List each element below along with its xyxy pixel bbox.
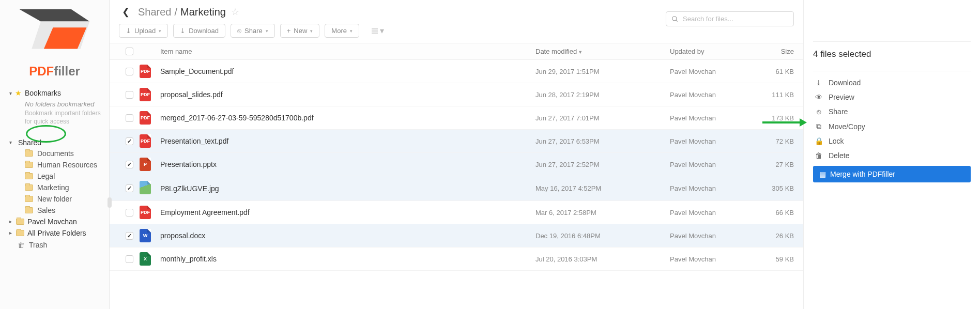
- file-name: Presentation_text.pdf: [160, 137, 535, 145]
- upload-button[interactable]: ⤓ Upload ▾: [119, 24, 168, 38]
- sidebar-resize-handle[interactable]: [108, 197, 112, 208]
- sidebar-item-sales[interactable]: Sales: [0, 205, 109, 216]
- sidebar-item-documents[interactable]: Documents: [0, 148, 109, 159]
- plus-icon: +: [287, 27, 291, 35]
- main-panel: ❮ Shared / Marketing ☆ ⤓ Upload ▾ ⤓ Down…: [110, 0, 803, 309]
- folder-icon: [16, 219, 24, 225]
- folder-icon: [25, 196, 33, 202]
- col-header-name[interactable]: Item name: [160, 48, 535, 55]
- table-row[interactable]: PDFPresentation_text.pdfJun 27, 2017 6:5…: [110, 130, 803, 153]
- table-row[interactable]: PPresentation.pptxJun 27, 2017 2:52PMPav…: [110, 153, 803, 176]
- sidebar-item-all-private[interactable]: All Private Folders: [0, 227, 109, 239]
- upload-label: Upload: [134, 27, 156, 35]
- more-label: More: [331, 27, 347, 35]
- sidebar-item-human-resources[interactable]: Human Resources: [0, 159, 109, 171]
- sidebar-item-pavel[interactable]: Pavel Movchan: [0, 216, 109, 227]
- sidebar-item-label: New folder: [37, 195, 72, 203]
- col-header-user[interactable]: Updated by: [670, 48, 758, 55]
- back-button[interactable]: ❮: [119, 5, 133, 19]
- file-size: 66 KB: [758, 209, 794, 217]
- pdf-file-icon: PDF: [140, 88, 151, 101]
- folder-icon: [25, 150, 33, 157]
- sidebar-item-legal[interactable]: Legal: [0, 171, 109, 182]
- col-header-size[interactable]: Size: [758, 48, 794, 55]
- file-date: Jun 29, 2017 1:51PM: [535, 68, 670, 75]
- merge-icon: ▤: [819, 170, 826, 178]
- row-checkbox[interactable]: [126, 91, 133, 99]
- folder-icon: [25, 162, 33, 168]
- file-date: Jun 28, 2017 2:19PM: [535, 91, 670, 99]
- row-checkbox[interactable]: [126, 184, 133, 192]
- col-header-date[interactable]: Date modified▼: [535, 48, 670, 55]
- sidebar-item-marketing[interactable]: Marketing: [0, 182, 109, 193]
- caret-down-icon: ▾: [380, 26, 384, 36]
- action-share[interactable]: ⎋Share: [813, 104, 971, 119]
- search-input[interactable]: [683, 15, 788, 23]
- view-mode-button[interactable]: ▾: [368, 24, 388, 38]
- table-row[interactable]: Xmonthly_profit.xlsJul 20, 2016 3:03PMPa…: [110, 248, 803, 271]
- eye-icon: 👁: [814, 93, 823, 101]
- table-row[interactable]: PDFproposal_slides.pdfJun 28, 2017 2:19P…: [110, 83, 803, 106]
- search-box[interactable]: [666, 11, 794, 26]
- select-all-checkbox[interactable]: [126, 48, 133, 55]
- svg-marker-0: [20, 9, 90, 22]
- row-checkbox[interactable]: [126, 209, 133, 217]
- search-icon: [671, 16, 679, 23]
- more-button[interactable]: More ▾: [325, 24, 359, 38]
- file-table: Item name Date modified▼ Updated by Size…: [110, 43, 803, 271]
- file-user: Pavel Movchan: [670, 209, 758, 217]
- sort-desc-icon: ▼: [578, 50, 583, 55]
- file-user: Pavel Movchan: [670, 114, 758, 122]
- download-button[interactable]: ⤓ Download: [173, 24, 225, 38]
- sidebar: PDFfiller ▾ ★ Bookmarks No folders bookm…: [0, 0, 110, 309]
- folder-icon: [16, 230, 24, 236]
- lock-icon: 🔒: [814, 137, 823, 145]
- details-panel: 4 files selected ⤓Download 👁Preview ⎋Sha…: [803, 0, 980, 309]
- row-checkbox[interactable]: [126, 137, 133, 145]
- share-button[interactable]: ⎋ Share ▾: [231, 24, 275, 38]
- doc-file-icon: W: [140, 229, 151, 242]
- trash-label: Trash: [29, 241, 47, 249]
- logo-mark: PDFfiller: [10, 6, 99, 79]
- bookmarks-heading[interactable]: ▾ ★ Bookmarks: [0, 87, 109, 98]
- caret-right-icon: [9, 219, 13, 224]
- table-row[interactable]: Wproposal.docxDec 19, 2016 6:48PMPavel M…: [110, 224, 803, 248]
- action-merge[interactable]: ▤Merge with PDFfiller: [813, 166, 971, 182]
- breadcrumb: Shared / Marketing: [138, 6, 226, 18]
- row-checkbox[interactable]: [126, 114, 133, 122]
- action-delete[interactable]: 🗑Delete: [813, 148, 971, 163]
- row-checkbox[interactable]: [126, 232, 133, 240]
- sidebar-item-trash[interactable]: 🗑 Trash: [0, 239, 109, 251]
- logo-text: PDFfiller: [29, 64, 80, 79]
- file-size: 72 KB: [758, 137, 794, 145]
- row-checkbox[interactable]: [126, 161, 133, 168]
- action-lock[interactable]: 🔒Lock: [813, 134, 971, 148]
- breadcrumb-parent[interactable]: Shared: [138, 6, 172, 18]
- toolbar: ⤓ Upload ▾ ⤓ Download ⎋ Share ▾ + New ▾ …: [110, 24, 803, 43]
- file-date: Mar 6, 2017 2:58PM: [535, 209, 670, 217]
- action-download[interactable]: ⤓Download: [813, 75, 971, 90]
- sidebar-item-label: Human Resources: [37, 161, 97, 169]
- table-row[interactable]: PDFEmployment Agreement.pdfMar 6, 2017 2…: [110, 201, 803, 224]
- file-name: Employment Agreement.pdf: [160, 208, 535, 217]
- action-movecopy[interactable]: ⧉Move/Copy: [813, 119, 971, 134]
- shared-heading[interactable]: ▾ Shared: [0, 136, 109, 148]
- file-size: 111 KB: [758, 91, 794, 99]
- caret-down-icon: ▾: [9, 140, 12, 145]
- sidebar-item-new-folder[interactable]: New folder: [0, 193, 109, 205]
- file-name: merged_2017-06-27-03-59-595280d51700b.pd…: [160, 114, 535, 122]
- selection-count: 4 files selected: [813, 49, 971, 59]
- row-checkbox[interactable]: [126, 68, 133, 75]
- bookmarks-label: Bookmarks: [25, 89, 61, 97]
- action-preview[interactable]: 👁Preview: [813, 90, 971, 104]
- table-header: Item name Date modified▼ Updated by Size: [110, 43, 803, 60]
- new-button[interactable]: + New ▾: [280, 24, 320, 38]
- table-row[interactable]: P8LgZlkUGVE.jpgMay 16, 2017 4:52PMPavel …: [110, 176, 803, 201]
- table-row[interactable]: PDFSample_Document.pdfJun 29, 2017 1:51P…: [110, 60, 803, 83]
- row-checkbox[interactable]: [126, 255, 133, 263]
- favorite-toggle[interactable]: ☆: [231, 6, 239, 18]
- table-row[interactable]: PDFmerged_2017-06-27-03-59-595280d51700b…: [110, 106, 803, 130]
- trash-icon: 🗑: [18, 241, 25, 249]
- file-date: Jun 27, 2017 2:52PM: [535, 161, 670, 168]
- file-size: 173 KB: [758, 114, 794, 122]
